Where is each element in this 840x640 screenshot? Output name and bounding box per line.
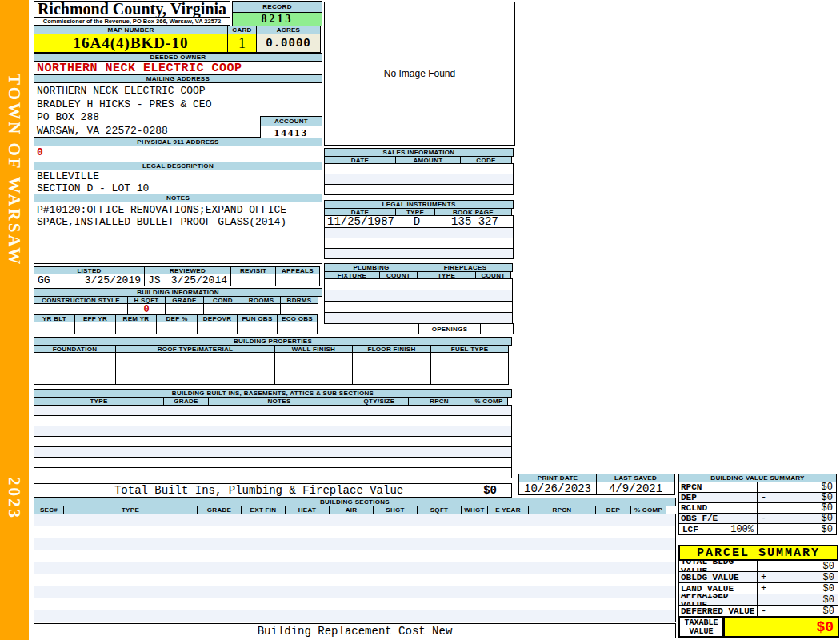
ps-row-value: + $0 — [757, 571, 838, 583]
listed-date: 3/25/2019 — [85, 274, 141, 286]
commissioner-line: Commissioner of the Revenue, PO Box 366,… — [34, 17, 230, 26]
bvs-op: - — [761, 513, 766, 524]
bvs-row-value: $0 — [757, 523, 837, 535]
print-date-value: 10/26/2023 — [518, 482, 597, 495]
physical-address-value: 0 — [34, 146, 322, 158]
property-record-card: TOWN OF WARSAW 2023 Richmond County, Vir… — [0, 0, 840, 640]
openings-label: OPENINGS — [418, 323, 481, 334]
legal-instrument-row: 11/25/1987 D 135 327 — [324, 215, 514, 228]
record-value: 8213 — [232, 12, 322, 26]
listed-initials: GG — [38, 274, 50, 286]
record-box: RECORD 8213 — [232, 1, 322, 26]
sidebar-town-label: TOWN OF WARSAW — [4, 74, 24, 266]
empty-row — [34, 574, 676, 586]
bvs-amount: $0 — [822, 492, 833, 503]
bdrms-value — [280, 303, 318, 315]
empty-row — [34, 610, 676, 622]
ps-row-value: - $0 — [757, 605, 838, 617]
wall-finish-value — [274, 352, 353, 385]
reviewed-value: JS 3/25/2014 — [144, 274, 231, 286]
ps-amount: $0 — [823, 606, 834, 617]
instrument-bookpage: 135 327 — [437, 215, 513, 228]
empty-row — [34, 598, 676, 610]
foundation-value — [34, 352, 116, 385]
ps-amount: $0 — [823, 583, 834, 594]
notes-line: SPACE,INSTALLED BULLET PROOF GLASS(2014) — [37, 216, 322, 228]
empty-row — [324, 248, 514, 259]
ps-row-value: $0 — [757, 560, 838, 572]
bvs-row-value: $0 — [757, 502, 837, 514]
empty-row — [324, 238, 514, 249]
empty-row — [34, 586, 676, 598]
rooms-value — [242, 303, 281, 315]
yrblt-value — [34, 322, 75, 334]
last-saved-value: 4/9/2021 — [596, 482, 675, 495]
listed-value: GG 3/25/2019 — [34, 274, 145, 286]
empty-row — [324, 163, 514, 174]
sidebar: TOWN OF WARSAW 2023 — [0, 0, 29, 640]
bvs-lcf-pct: 100% — [730, 524, 754, 535]
bvs-op: - — [761, 492, 766, 503]
plumbing-row — [324, 312, 418, 324]
legal-instruments-empty-rows — [324, 227, 514, 259]
parcel-summary-label: PARCEL SUMMARY — [678, 545, 838, 561]
bvs-row-value: - $0 — [757, 513, 837, 524]
ps-row-label: TOTAL BLDG VALUE — [678, 560, 758, 572]
empty-row — [34, 436, 512, 447]
reviewed-initials: JS — [148, 274, 161, 286]
openings-value — [480, 323, 514, 334]
plumbing-row — [324, 290, 418, 302]
no-image-text: No Image Found — [384, 68, 455, 79]
building-sections-footer: Building Replacement Cost New — [34, 623, 676, 638]
bvs-amount: $0 — [822, 502, 833, 514]
empty-row — [34, 514, 676, 526]
ps-amount: $0 — [823, 594, 834, 606]
county-header-block: Richmond County, Virginia Commissioner o… — [34, 1, 230, 26]
bvs-row-label: OBS F/E — [678, 513, 758, 524]
empty-row — [34, 405, 512, 416]
bvs-amount: $0 — [822, 482, 833, 493]
bvs-row-label: RCLND — [678, 502, 758, 514]
grade-value — [165, 303, 204, 315]
plumbing-row — [324, 301, 418, 313]
mailing-line: BRADLEY H HICKS - PRES & CEO — [37, 98, 322, 112]
fuel-type-value — [430, 352, 509, 385]
bvs-amount: $0 — [822, 524, 833, 535]
bvs-row-value: - $0 — [757, 492, 837, 503]
instrument-date: 11/25/1987 — [325, 215, 397, 228]
instrument-type: D — [397, 215, 437, 228]
effyr-value — [74, 322, 116, 334]
ps-op: + — [761, 572, 766, 583]
empty-row — [324, 174, 514, 185]
empty-row — [324, 227, 514, 238]
revisit-value — [230, 274, 276, 286]
account-box: ACCOUNT 14413 — [260, 116, 322, 138]
empty-row — [34, 415, 512, 426]
ps-row-value: $0 — [757, 594, 838, 606]
legal-description-line: BELLEVILLE — [37, 170, 322, 182]
taxable-label-line2: VALUE — [689, 627, 713, 636]
property-image-panel: No Image Found — [324, 2, 515, 146]
built-ins-total-row: Total Built Ins, Plumbing & Fireplace Va… — [34, 483, 512, 498]
bvs-lcf-label: LCF — [682, 525, 698, 534]
ps-amount: $0 — [823, 572, 834, 583]
floor-finish-value — [352, 352, 431, 385]
fireplace-row — [418, 301, 513, 313]
bvs-row-label: DEP — [678, 492, 758, 503]
fireplace-row — [418, 312, 513, 324]
building-sections-empty-rows — [34, 514, 676, 622]
ps-row-label: OBLDG VALUE — [678, 571, 758, 583]
ps-row-label: APPRAISED VALUE — [678, 594, 758, 606]
sidebar-year-label: 2023 — [4, 477, 24, 520]
plumbing-row — [324, 278, 418, 290]
reviewed-date: 3/25/2014 — [171, 274, 227, 286]
built-ins-total-value: $0 — [483, 484, 497, 497]
cond-value — [203, 303, 242, 315]
empty-row — [324, 184, 514, 195]
sales-empty-rows — [324, 163, 514, 195]
bvs-row-value: $0 — [757, 482, 837, 493]
ps-row-label: LAND VALUE — [678, 582, 758, 594]
empty-row — [34, 426, 512, 437]
empty-row — [34, 467, 512, 478]
taxable-value-amount: $0 — [723, 616, 839, 638]
